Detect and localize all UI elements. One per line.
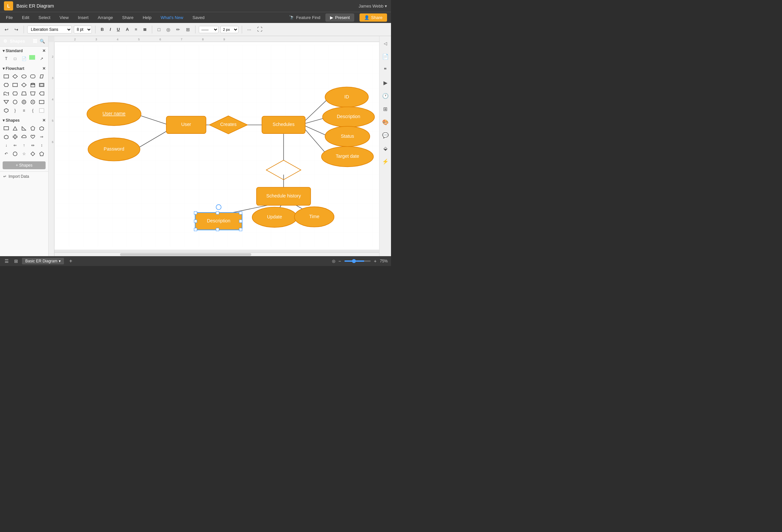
status-node[interactable]: Status: [325, 126, 370, 147]
handle-bl[interactable]: [194, 228, 197, 231]
flowchart-section-toggle[interactable]: ▾ Flowchart: [3, 66, 24, 71]
update-node[interactable]: Update: [252, 207, 297, 227]
s-heart[interactable]: [29, 133, 36, 140]
id-node[interactable]: ID: [325, 87, 368, 107]
s-circle[interactable]: [11, 150, 19, 157]
note-shape[interactable]: 📄: [20, 55, 28, 62]
fc-odd-shape[interactable]: [38, 90, 45, 97]
s-arrow-ud[interactable]: ↕: [38, 142, 45, 149]
menu-whats-new[interactable]: What's New: [159, 14, 185, 21]
share-button[interactable]: 👤 Share: [359, 13, 387, 22]
menu-file[interactable]: File: [4, 14, 15, 21]
shapes-section-toggle[interactable]: ▾ Shapes: [3, 118, 20, 123]
zoom-out-button[interactable]: −: [337, 258, 343, 264]
style-panel-button[interactable]: 🎨: [381, 117, 390, 127]
line-button[interactable]: ✏: [174, 26, 182, 33]
s-arrow-lr[interactable]: ⇔: [29, 142, 36, 149]
plugin-panel-button[interactable]: ⚡: [381, 157, 390, 166]
layers-panel-button[interactable]: ⊞: [381, 104, 390, 113]
undo-button[interactable]: ↩: [3, 26, 10, 33]
time-node[interactable]: Time: [294, 207, 334, 227]
font-selector[interactable]: Liberation Sans Arial Times New Roman: [27, 26, 72, 33]
fc-brace[interactable]: }: [11, 107, 19, 114]
fc-double-rect[interactable]: [38, 81, 45, 88]
line-width-selector[interactable]: 2 px 1 px 3 px: [220, 26, 239, 33]
horizontal-scrollbar[interactable]: [55, 252, 379, 256]
waypoint-button[interactable]: ⊞: [184, 26, 192, 33]
page-panel-button[interactable]: 📄: [381, 52, 390, 61]
menu-select[interactable]: Select: [36, 14, 52, 21]
s-hexagon2[interactable]: [3, 133, 10, 140]
shape-style-button[interactable]: □: [155, 26, 162, 33]
s-curved-arrow[interactable]: ↶: [3, 150, 10, 157]
s-star[interactable]: ☆: [20, 150, 28, 157]
fc-diamond2[interactable]: [20, 81, 28, 88]
fc-diamond[interactable]: [11, 73, 19, 80]
menu-saved[interactable]: Saved: [190, 14, 207, 21]
quote-panel-button[interactable]: ❝: [381, 65, 390, 74]
menu-share[interactable]: Share: [120, 14, 136, 21]
handle-tl[interactable]: [194, 212, 197, 214]
fc-rounded-rect[interactable]: [29, 73, 36, 80]
menu-edit[interactable]: Edit: [20, 14, 31, 21]
s-hexagon[interactable]: [38, 125, 45, 132]
fc-triangle-down[interactable]: [3, 98, 10, 106]
fc-hex[interactable]: [3, 81, 10, 88]
s-arrow-left[interactable]: ⇐: [11, 142, 19, 149]
fc-trapezoid[interactable]: [20, 90, 28, 97]
s-pentagon[interactable]: [29, 125, 36, 132]
diagram-name-area[interactable]: Basic ER Diagram ▾: [22, 258, 64, 264]
collapse-panel-button[interactable]: ◁: [381, 39, 390, 48]
redo-button[interactable]: ↪: [12, 26, 20, 33]
handle-mr[interactable]: [239, 220, 242, 223]
feature-find-label[interactable]: Feature Find: [296, 15, 320, 20]
fill-button[interactable]: ◎: [164, 26, 172, 33]
handle-tm[interactable]: [216, 212, 219, 214]
user-menu[interactable]: James Webb ▾: [358, 4, 387, 8]
more-button[interactable]: ···: [245, 26, 253, 33]
standard-section-toggle[interactable]: ▾ Standard: [3, 48, 23, 53]
menu-view[interactable]: View: [58, 14, 71, 21]
menu-insert[interactable]: Insert: [76, 14, 91, 21]
canvas-area[interactable]: 2 3 4 5 6 7 8 9 2 3 4 5 6: [48, 36, 379, 256]
rect-shape[interactable]: □: [11, 55, 19, 62]
canvas-content[interactable]: User name Password User Creates: [55, 42, 379, 250]
text-shape[interactable]: T: [3, 55, 10, 62]
fc-ellipse[interactable]: [20, 73, 28, 80]
fc-rect2[interactable]: [11, 81, 19, 88]
line-style-selector[interactable]: —— - - -: [199, 26, 218, 33]
zoom-in-button[interactable]: +: [372, 258, 378, 264]
schedules-node[interactable]: Schedules: [262, 116, 306, 134]
add-page-button[interactable]: +: [68, 257, 73, 265]
grid-view-button[interactable]: ⊞: [13, 258, 20, 264]
fc-display[interactable]: [11, 90, 19, 97]
flowchart-section-close[interactable]: ✕: [42, 66, 46, 71]
fc-x-circle[interactable]: [29, 98, 36, 106]
fc-rect[interactable]: [3, 73, 10, 80]
s-diamond[interactable]: [29, 150, 36, 157]
s-arrow-right[interactable]: ⇒: [38, 133, 45, 140]
zoom-slider[interactable]: [345, 260, 371, 262]
align-button[interactable]: ≡: [133, 26, 139, 33]
present-button[interactable]: ▶ Present: [325, 13, 354, 22]
green-rect-shape[interactable]: [29, 55, 35, 60]
er-diagram[interactable]: User name Password User Creates: [55, 42, 379, 250]
import-data-button[interactable]: ↵ Import Data: [0, 171, 48, 181]
fc-shield[interactable]: [3, 107, 10, 114]
font-color-button[interactable]: A: [124, 26, 131, 33]
fc-step[interactable]: [38, 98, 45, 106]
fc-trapezoid-rev[interactable]: [29, 90, 36, 97]
add-shapes-button[interactable]: + Shapes: [3, 162, 46, 169]
s-cloud[interactable]: [20, 133, 28, 140]
bold-button[interactable]: B: [99, 26, 106, 33]
comments-panel-button[interactable]: 💬: [381, 131, 390, 140]
s-rect[interactable]: [3, 125, 10, 132]
s-triangle[interactable]: [11, 125, 19, 132]
schedulehistory-node[interactable]: Schedule history: [256, 187, 311, 205]
fc-curly-brace[interactable]: {: [29, 107, 36, 114]
s-pentagon2[interactable]: [38, 150, 45, 157]
handle-tr[interactable]: [239, 212, 242, 214]
description-top-node[interactable]: Description: [322, 107, 374, 127]
list-view-button[interactable]: ☰: [3, 258, 10, 264]
fc-cylinder[interactable]: [29, 81, 36, 88]
